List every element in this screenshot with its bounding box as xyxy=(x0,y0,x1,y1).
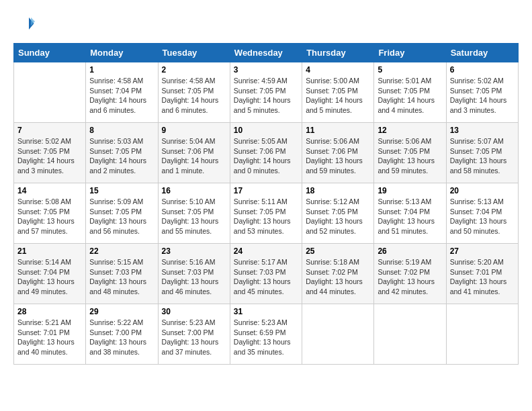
week-row-4: 28Sunrise: 5:21 AMSunset: 7:01 PMDayligh… xyxy=(14,304,519,365)
day-info: Sunrise: 5:02 AMSunset: 7:05 PMDaylight:… xyxy=(17,136,82,176)
day-number: 17 xyxy=(234,186,298,195)
calendar-cell: 12Sunrise: 5:06 AMSunset: 7:05 PMDayligh… xyxy=(374,123,446,183)
day-number: 25 xyxy=(306,246,370,256)
day-number: 12 xyxy=(378,126,442,135)
calendar-cell: 1Sunrise: 4:58 AMSunset: 7:04 PMDaylight… xyxy=(86,62,158,123)
day-number: 16 xyxy=(162,186,226,195)
calendar-cell: 29Sunrise: 5:22 AMSunset: 7:00 PMDayligh… xyxy=(86,304,158,365)
day-number: 20 xyxy=(450,186,515,195)
day-info: Sunrise: 5:20 AMSunset: 7:01 PMDaylight:… xyxy=(450,257,515,297)
calendar-header: SundayMondayTuesdayWednesdayThursdayFrid… xyxy=(14,44,519,62)
calendar-cell: 20Sunrise: 5:13 AMSunset: 7:04 PMDayligh… xyxy=(446,183,518,244)
day-number: 11 xyxy=(306,126,370,135)
day-info: Sunrise: 5:16 AMSunset: 7:03 PMDaylight:… xyxy=(162,257,226,297)
day-number: 5 xyxy=(378,65,442,75)
day-number: 22 xyxy=(89,246,154,256)
calendar-cell: 5Sunrise: 5:01 AMSunset: 7:05 PMDaylight… xyxy=(374,62,446,123)
day-info: Sunrise: 5:14 AMSunset: 7:04 PMDaylight:… xyxy=(17,257,82,297)
day-info: Sunrise: 5:23 AMSunset: 6:59 PMDaylight:… xyxy=(234,318,298,357)
header-row: SundayMondayTuesdayWednesdayThursdayFrid… xyxy=(14,44,519,62)
calendar-cell: 27Sunrise: 5:20 AMSunset: 7:01 PMDayligh… xyxy=(446,244,518,304)
calendar-cell xyxy=(374,304,446,365)
calendar-table: SundayMondayTuesdayWednesdayThursdayFrid… xyxy=(13,43,519,365)
calendar-cell: 24Sunrise: 5:17 AMSunset: 7:03 PMDayligh… xyxy=(230,244,302,304)
header-wednesday: Wednesday xyxy=(230,44,302,62)
calendar-cell xyxy=(302,304,374,365)
calendar-cell: 15Sunrise: 5:09 AMSunset: 7:05 PMDayligh… xyxy=(86,183,158,244)
day-number: 8 xyxy=(89,126,154,135)
day-number: 4 xyxy=(306,65,370,75)
day-info: Sunrise: 5:21 AMSunset: 7:01 PMDaylight:… xyxy=(17,318,82,357)
day-number: 21 xyxy=(17,246,82,256)
calendar-cell: 22Sunrise: 5:15 AMSunset: 7:03 PMDayligh… xyxy=(86,244,158,304)
week-row-1: 7Sunrise: 5:02 AMSunset: 7:05 PMDaylight… xyxy=(14,123,519,183)
calendar-body: 1Sunrise: 4:58 AMSunset: 7:04 PMDaylight… xyxy=(14,62,519,365)
day-info: Sunrise: 5:10 AMSunset: 7:05 PMDaylight:… xyxy=(162,197,226,236)
day-number: 15 xyxy=(89,186,154,195)
day-number: 3 xyxy=(234,65,298,75)
day-info: Sunrise: 5:17 AMSunset: 7:03 PMDaylight:… xyxy=(234,257,298,297)
calendar-cell: 13Sunrise: 5:07 AMSunset: 7:05 PMDayligh… xyxy=(446,123,518,183)
day-number: 31 xyxy=(234,307,298,316)
calendar-cell: 28Sunrise: 5:21 AMSunset: 7:01 PMDayligh… xyxy=(14,304,86,365)
day-info: Sunrise: 5:11 AMSunset: 7:05 PMDaylight:… xyxy=(234,197,298,236)
day-info: Sunrise: 4:58 AMSunset: 7:04 PMDaylight:… xyxy=(89,76,154,116)
day-number: 9 xyxy=(162,126,226,135)
page-header xyxy=(13,13,519,36)
calendar-cell: 11Sunrise: 5:06 AMSunset: 7:06 PMDayligh… xyxy=(302,123,374,183)
day-number: 14 xyxy=(17,186,82,195)
calendar-cell: 18Sunrise: 5:12 AMSunset: 7:05 PMDayligh… xyxy=(302,183,374,244)
calendar-cell: 25Sunrise: 5:18 AMSunset: 7:02 PMDayligh… xyxy=(302,244,374,304)
calendar-cell: 19Sunrise: 5:13 AMSunset: 7:04 PMDayligh… xyxy=(374,183,446,244)
header-tuesday: Tuesday xyxy=(158,44,230,62)
calendar-cell xyxy=(446,304,518,365)
calendar-cell: 21Sunrise: 5:14 AMSunset: 7:04 PMDayligh… xyxy=(14,244,86,304)
day-info: Sunrise: 5:01 AMSunset: 7:05 PMDaylight:… xyxy=(378,76,442,116)
calendar-cell: 30Sunrise: 5:23 AMSunset: 7:00 PMDayligh… xyxy=(158,304,230,365)
calendar-cell: 23Sunrise: 5:16 AMSunset: 7:03 PMDayligh… xyxy=(158,244,230,304)
calendar-cell: 7Sunrise: 5:02 AMSunset: 7:05 PMDaylight… xyxy=(14,123,86,183)
day-number: 18 xyxy=(306,186,370,195)
day-info: Sunrise: 5:19 AMSunset: 7:02 PMDaylight:… xyxy=(378,257,442,297)
day-number: 13 xyxy=(450,126,515,135)
calendar-cell: 26Sunrise: 5:19 AMSunset: 7:02 PMDayligh… xyxy=(374,244,446,304)
calendar-cell: 3Sunrise: 4:59 AMSunset: 7:05 PMDaylight… xyxy=(230,62,302,123)
day-number: 23 xyxy=(162,246,226,256)
calendar-cell: 31Sunrise: 5:23 AMSunset: 6:59 PMDayligh… xyxy=(230,304,302,365)
calendar-cell: 10Sunrise: 5:05 AMSunset: 7:06 PMDayligh… xyxy=(230,123,302,183)
week-row-3: 21Sunrise: 5:14 AMSunset: 7:04 PMDayligh… xyxy=(14,244,519,304)
day-info: Sunrise: 5:05 AMSunset: 7:06 PMDaylight:… xyxy=(234,136,298,176)
header-sunday: Sunday xyxy=(14,44,86,62)
week-row-2: 14Sunrise: 5:08 AMSunset: 7:05 PMDayligh… xyxy=(14,183,519,244)
header-friday: Friday xyxy=(374,44,446,62)
logo-icon xyxy=(15,13,35,34)
day-number: 10 xyxy=(234,126,298,135)
day-info: Sunrise: 5:09 AMSunset: 7:05 PMDaylight:… xyxy=(89,197,154,236)
calendar-cell: 16Sunrise: 5:10 AMSunset: 7:05 PMDayligh… xyxy=(158,183,230,244)
day-number: 27 xyxy=(450,246,515,256)
header-monday: Monday xyxy=(86,44,158,62)
day-number: 26 xyxy=(378,246,442,256)
calendar-cell: 14Sunrise: 5:08 AMSunset: 7:05 PMDayligh… xyxy=(14,183,86,244)
day-number: 1 xyxy=(89,65,154,75)
day-info: Sunrise: 5:06 AMSunset: 7:05 PMDaylight:… xyxy=(378,136,442,176)
day-info: Sunrise: 5:08 AMSunset: 7:05 PMDaylight:… xyxy=(17,197,82,236)
day-info: Sunrise: 5:03 AMSunset: 7:05 PMDaylight:… xyxy=(89,136,154,176)
calendar-cell: 4Sunrise: 5:00 AMSunset: 7:05 PMDaylight… xyxy=(302,62,374,123)
day-info: Sunrise: 5:07 AMSunset: 7:05 PMDaylight:… xyxy=(450,136,515,176)
day-info: Sunrise: 4:58 AMSunset: 7:05 PMDaylight:… xyxy=(162,76,226,116)
calendar-cell: 17Sunrise: 5:11 AMSunset: 7:05 PMDayligh… xyxy=(230,183,302,244)
day-number: 28 xyxy=(17,307,82,316)
calendar-cell: 6Sunrise: 5:02 AMSunset: 7:05 PMDaylight… xyxy=(446,62,518,123)
header-thursday: Thursday xyxy=(302,44,374,62)
calendar-cell: 9Sunrise: 5:04 AMSunset: 7:06 PMDaylight… xyxy=(158,123,230,183)
day-info: Sunrise: 5:13 AMSunset: 7:04 PMDaylight:… xyxy=(450,197,515,236)
day-number: 19 xyxy=(378,186,442,195)
day-number: 2 xyxy=(162,65,226,75)
day-info: Sunrise: 5:00 AMSunset: 7:05 PMDaylight:… xyxy=(306,76,370,116)
day-info: Sunrise: 5:18 AMSunset: 7:02 PMDaylight:… xyxy=(306,257,370,297)
logo xyxy=(13,13,35,36)
header-saturday: Saturday xyxy=(446,44,518,62)
day-info: Sunrise: 4:59 AMSunset: 7:05 PMDaylight:… xyxy=(234,76,298,116)
calendar-cell: 8Sunrise: 5:03 AMSunset: 7:05 PMDaylight… xyxy=(86,123,158,183)
